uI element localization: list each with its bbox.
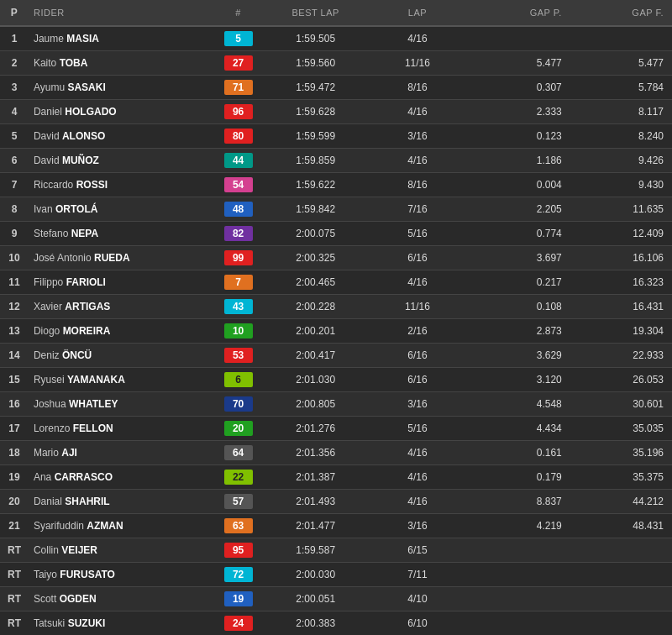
number-cell: 7 — [212, 270, 265, 295]
rider-last-name: ÖNCÜ — [62, 349, 92, 361]
rider-cell: Taiyo FURUSATO — [29, 563, 212, 587]
table-row: 7Riccardo ROSSI541:59.6228/160.0049.430 — [0, 173, 672, 197]
pos-cell: 16 — [0, 392, 29, 417]
pos-cell: 7 — [0, 173, 29, 197]
pos-cell: RT — [0, 611, 29, 636]
number-cell: 22 — [212, 465, 265, 490]
rider-cell: Syarifuddin AZMAN — [29, 514, 212, 538]
table-row: 18Mario AJI642:01.3564/160.16135.196 — [0, 441, 672, 465]
rider-first-name: Tatsuki — [34, 617, 68, 629]
lap-cell: 6/10 — [366, 611, 468, 636]
gap-p-cell: 0.307 — [469, 76, 570, 100]
pos-cell: 1 — [0, 26, 29, 51]
table-row: 14Deniz ÖNCÜ532:00.4176/163.62922.933 — [0, 344, 672, 368]
rider-first-name: Filippo — [34, 276, 66, 288]
rider-first-name: Diogo — [34, 325, 63, 337]
rider-cell: Riccardo ROSSI — [29, 173, 212, 197]
table-row: 9Stefano NEPA822:00.0755/160.77412.409 — [0, 222, 672, 246]
gap-f-cell: 19.304 — [570, 319, 672, 344]
gap-f-cell: 12.409 — [570, 222, 672, 246]
rider-first-name: Jaume — [34, 33, 66, 45]
number-badge: 80 — [224, 129, 253, 144]
lap-cell: 8/16 — [366, 173, 468, 197]
rider-last-name: ORTOLÁ — [55, 203, 97, 215]
lap-cell: 4/16 — [366, 26, 468, 51]
number-cell: 82 — [212, 222, 265, 246]
rider-last-name: FELLON — [73, 422, 113, 434]
lap-cell: 5/16 — [366, 222, 468, 246]
gap-f-cell: 8.240 — [570, 124, 672, 149]
rider-last-name: FURUSATO — [60, 569, 115, 580]
gap-f-cell: 35.196 — [570, 441, 672, 465]
gap-p-cell: 3.120 — [469, 368, 570, 392]
table-row: 6David MUÑOZ441:59.8594/161.1869.426 — [0, 149, 672, 173]
rider-cell: Mario AJI — [29, 441, 212, 465]
rider-cell: Lorenzo FELLON — [29, 417, 212, 441]
number-badge: 57 — [224, 494, 253, 509]
gap-f-cell: 11.635 — [570, 197, 672, 222]
lap-cell: 4/16 — [366, 270, 468, 295]
gap-f-cell: 48.431 — [570, 514, 672, 538]
bestlap-cell: 2:01.356 — [265, 441, 366, 465]
number-badge: 95 — [224, 543, 253, 558]
rider-last-name: MOREIRA — [63, 325, 111, 337]
number-badge: 43 — [224, 299, 253, 314]
rider-first-name: Collin — [34, 544, 61, 556]
gap-p-cell: 2.205 — [469, 197, 570, 222]
gap-f-cell: 30.601 — [570, 392, 672, 417]
number-cell: 71 — [212, 76, 265, 100]
number-badge: 63 — [224, 518, 253, 533]
rider-last-name: VEIJER — [61, 544, 97, 556]
number-badge: 48 — [224, 202, 253, 217]
gap-p-cell: 0.123 — [469, 124, 570, 149]
table-row: RTTatsuki SUZUKI242:00.3836/10 — [0, 611, 672, 636]
number-badge: 99 — [224, 250, 253, 265]
pos-cell: 11 — [0, 270, 29, 295]
rider-cell: Filippo FARIOLI — [29, 270, 212, 295]
lap-cell: 3/16 — [366, 392, 468, 417]
rider-first-name: Deniz — [34, 349, 62, 361]
number-badge: 54 — [224, 177, 253, 192]
rider-cell: Ryusei YAMANAKA — [29, 368, 212, 392]
number-cell: 99 — [212, 246, 265, 270]
rider-first-name: Daniel — [34, 106, 65, 118]
rider-first-name: Riccardo — [34, 179, 76, 191]
pos-cell: 3 — [0, 76, 29, 100]
bestlap-cell: 2:01.387 — [265, 465, 366, 490]
rider-last-name: AZMAN — [87, 520, 123, 532]
bestlap-cell: 1:59.505 — [265, 26, 366, 51]
rider-first-name: Kaito — [34, 57, 60, 69]
gap-p-cell — [469, 587, 570, 611]
lap-cell: 7/11 — [366, 563, 468, 587]
rider-cell: Daniel HOLGADO — [29, 100, 212, 124]
table-row: RTCollin VEIJER951:59.5876/15 — [0, 538, 672, 563]
table-row: 3Ayumu SASAKI711:59.4728/160.3075.784 — [0, 76, 672, 100]
lap-cell: 4/16 — [366, 149, 468, 173]
gap-p-cell — [469, 563, 570, 587]
lap-cell: 5/16 — [366, 417, 468, 441]
number-cell: 48 — [212, 197, 265, 222]
lap-cell: 6/16 — [366, 368, 468, 392]
lap-cell: 4/16 — [366, 100, 468, 124]
lap-cell: 7/16 — [366, 197, 468, 222]
bestlap-cell: 2:00.417 — [265, 344, 366, 368]
bestlap-cell: 1:59.587 — [265, 538, 366, 563]
bestlap-cell: 2:01.477 — [265, 514, 366, 538]
gap-f-cell: 22.933 — [570, 344, 672, 368]
number-cell: 72 — [212, 563, 265, 587]
rider-cell: Ivan ORTOLÁ — [29, 197, 212, 222]
pos-cell: 13 — [0, 319, 29, 344]
number-cell: 10 — [212, 319, 265, 344]
results-table: P RIDER # BEST LAP LAP GAP P. GAP F. 1Ja… — [0, 0, 672, 635]
table-row: 16Joshua WHATLEY702:00.8053/164.54830.60… — [0, 392, 672, 417]
gap-p-cell: 0.179 — [469, 465, 570, 490]
pos-cell: 6 — [0, 149, 29, 173]
gap-p-cell: 0.161 — [469, 441, 570, 465]
number-cell: 43 — [212, 295, 265, 319]
number-badge: 82 — [224, 226, 253, 241]
gap-p-cell: 0.217 — [469, 270, 570, 295]
bestlap-cell: 1:59.599 — [265, 124, 366, 149]
pos-cell: 15 — [0, 368, 29, 392]
number-badge: 6 — [224, 372, 253, 387]
pos-cell: 5 — [0, 124, 29, 149]
